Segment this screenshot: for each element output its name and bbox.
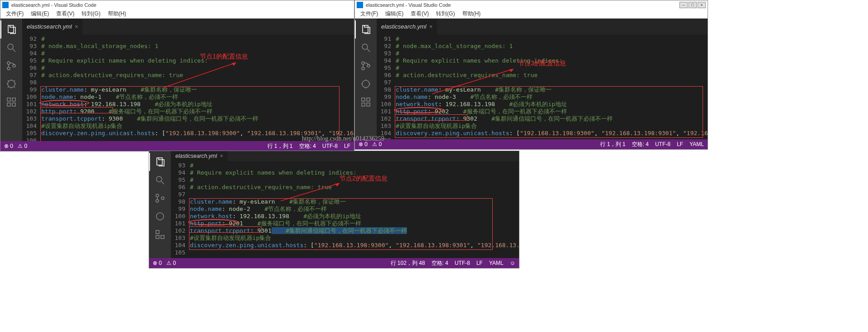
status-spaces[interactable]: 空格: 4: [632, 141, 649, 148]
menu-view[interactable]: 查看(V): [407, 10, 432, 18]
explorer-icon[interactable]: [355, 20, 377, 39]
close-icon[interactable]: ×: [220, 153, 223, 159]
status-eol[interactable]: LF: [344, 143, 350, 149]
svg-point-31: [161, 197, 164, 200]
status-cursor[interactable]: 行 1，列 1: [267, 142, 293, 150]
status-encoding[interactable]: UTF-8: [322, 143, 338, 149]
main-area: elasticsearch.yml × ⫽ ⋯ 9192939495969798…: [355, 19, 708, 139]
menu-goto[interactable]: 转到(G): [78, 10, 104, 18]
close-icon[interactable]: ×: [429, 23, 433, 30]
svg-point-27: [156, 176, 162, 182]
main-area: elasticsearch.yml × ⫽ ⋯ 9394959697989910…: [149, 151, 519, 258]
status-eol[interactable]: LF: [476, 260, 483, 266]
search-icon[interactable]: [0, 39, 22, 57]
explorer-icon[interactable]: [0, 20, 22, 39]
source-control-icon[interactable]: [149, 189, 171, 207]
status-errors[interactable]: ⊗ 0: [359, 141, 368, 147]
tab-label: elasticsearch.yml: [175, 153, 217, 159]
svg-point-30: [156, 200, 159, 202]
svg-line-28: [161, 181, 164, 184]
svg-rect-34: [156, 235, 159, 239]
debug-icon[interactable]: [0, 75, 22, 93]
status-bar: ⊗ 0 ⚠ 0 行 1，列 1 空格: 4 UTF-8 LF: [0, 141, 354, 151]
status-warnings[interactable]: ⚠ 0: [372, 141, 382, 147]
svg-rect-13: [363, 25, 368, 33]
extensions-icon[interactable]: [149, 225, 171, 244]
svg-rect-9: [12, 103, 15, 106]
svg-rect-20: [362, 98, 365, 101]
menu-goto[interactable]: 转到(G): [432, 10, 458, 18]
code-content[interactable]: ## Require explicit names when deleting …: [190, 162, 519, 258]
status-errors[interactable]: ⊗ 0: [153, 260, 162, 266]
tab-bar: elasticsearch.yml × ⫽ ⋯: [171, 151, 519, 161]
source-control-icon[interactable]: [0, 57, 22, 75]
search-icon[interactable]: [355, 39, 377, 57]
window-title: elasticsearch.yml - Visual Studio Code: [11, 2, 97, 8]
svg-rect-21: [362, 103, 365, 106]
code-content[interactable]: ## node.max_local_storage_nodes: 1## Req…: [41, 35, 354, 141]
menu-bar[interactable]: 文件(F) 编辑(E) 查看(V) 转到(G) 帮助(H): [355, 10, 708, 19]
status-cursor[interactable]: 行 1，列 1: [600, 141, 626, 148]
svg-rect-33: [156, 230, 159, 234]
code-content[interactable]: ## node.max_local_storage_nodes: 1## Req…: [396, 35, 708, 139]
svg-line-2: [13, 49, 15, 52]
svg-point-1: [8, 44, 13, 49]
status-encoding[interactable]: UTF-8: [655, 141, 670, 147]
status-smile-icon[interactable]: ☺: [510, 260, 515, 266]
status-warnings[interactable]: ⚠ 0: [18, 143, 27, 149]
menu-help[interactable]: 帮助(H): [104, 10, 130, 18]
menu-view[interactable]: 查看(V): [53, 10, 78, 18]
line-gutter: 919293949596979899100101102103104105: [377, 35, 396, 139]
annotation-label: 节点2的配置信息: [339, 175, 388, 182]
code-editor[interactable]: 919293949596979899100101102103104105 ## …: [377, 34, 708, 139]
line-gutter: 9293949596979899100101102103104105106: [22, 35, 41, 141]
source-control-icon[interactable]: [355, 57, 377, 75]
minimize-button[interactable]: –: [679, 2, 688, 8]
extensions-icon[interactable]: [0, 93, 22, 111]
vscode-logo-icon: [2, 2, 9, 8]
menu-file[interactable]: 文件(F): [2, 10, 27, 18]
search-icon[interactable]: [149, 171, 171, 189]
svg-rect-7: [7, 98, 10, 101]
annotation-label: 节点1的配置信息: [200, 53, 248, 60]
svg-point-19: [362, 80, 369, 88]
svg-rect-26: [157, 158, 162, 165]
status-encoding[interactable]: UTF-8: [455, 260, 470, 266]
annotation-label: 节点3的配置信息: [518, 59, 566, 67]
status-warnings[interactable]: ⚠ 0: [166, 260, 176, 266]
svg-rect-23: [367, 98, 370, 101]
menu-bar[interactable]: 文件(F) 编辑(E) 查看(V) 转到(G) 帮助(H): [0, 10, 354, 19]
tab-bar: elasticsearch.yml × ⫽ ⋯: [377, 19, 708, 34]
menu-edit[interactable]: 编辑(E): [382, 10, 407, 18]
status-bar: ⊗ 0 ⚠ 0 行 102，列 48 空格: 4 UTF-8 LF YAML ☺: [149, 258, 519, 268]
close-icon[interactable]: ×: [75, 23, 78, 30]
line-gutter: 93949596979899100101102103104105: [171, 162, 190, 258]
debug-icon[interactable]: [149, 207, 171, 225]
maximize-button[interactable]: □: [689, 2, 697, 8]
status-cursor[interactable]: 行 102，列 48: [391, 259, 425, 267]
tab-elasticsearch[interactable]: elasticsearch.yml ×: [377, 19, 437, 34]
explorer-icon[interactable]: [149, 153, 171, 171]
status-eol[interactable]: LF: [677, 141, 683, 147]
extensions-icon[interactable]: [355, 93, 377, 111]
status-spaces[interactable]: 空格: 4: [432, 259, 448, 267]
svg-line-15: [367, 49, 370, 52]
activity-bar: [149, 151, 171, 258]
svg-rect-22: [367, 103, 370, 106]
editor-area: elasticsearch.yml × 92939495969798991001…: [22, 19, 354, 141]
tab-elasticsearch[interactable]: elasticsearch.yml ×: [22, 19, 82, 34]
code-editor[interactable]: 9293949596979899100101102103104105106 ##…: [22, 34, 354, 141]
vscode-window-node2: elasticsearch.yml × ⫽ ⋯ 9394959697989910…: [149, 151, 519, 269]
tab-elasticsearch[interactable]: elasticsearch.yml ×: [171, 151, 228, 161]
menu-edit[interactable]: 编辑(E): [27, 10, 53, 18]
menu-file[interactable]: 文件(F): [357, 10, 382, 18]
code-editor[interactable]: 93949596979899100101102103104105 ## Requ…: [171, 161, 519, 258]
status-errors[interactable]: ⊗ 0: [4, 143, 13, 149]
tab-bar: elasticsearch.yml ×: [22, 19, 354, 34]
close-button[interactable]: ×: [698, 2, 706, 8]
menu-help[interactable]: 帮助(H): [459, 10, 485, 18]
status-lang[interactable]: YAML: [489, 260, 504, 266]
status-spaces[interactable]: 空格: 4: [299, 142, 316, 150]
status-lang[interactable]: YAML: [689, 141, 704, 147]
debug-icon[interactable]: [355, 75, 377, 93]
